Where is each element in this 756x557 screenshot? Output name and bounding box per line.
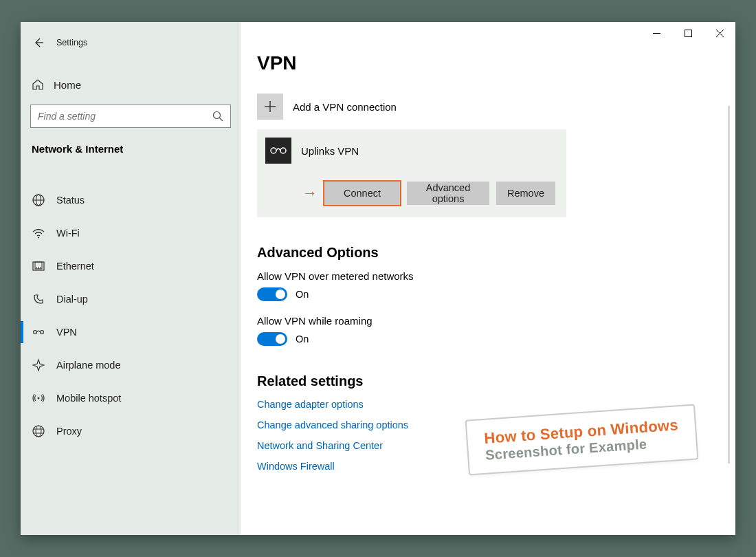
advanced-options-button[interactable]: Advanced options	[407, 182, 489, 205]
connect-button[interactable]: Connect	[324, 182, 400, 205]
plus-icon	[257, 94, 283, 120]
sidebar-item-label: VPN	[56, 327, 77, 338]
vpn-connection-card[interactable]: Uplinks VPN → Connect Advanced options R…	[257, 129, 566, 217]
vpn-icon	[32, 325, 45, 339]
svg-point-26	[280, 148, 286, 153]
svg-point-19	[33, 426, 44, 437]
roaming-toggle[interactable]	[257, 332, 287, 346]
sidebar-item-label: Dial-up	[56, 294, 88, 305]
sidebar-item-dialup[interactable]: Dial-up	[21, 283, 241, 316]
metered-toggle[interactable]	[257, 287, 287, 301]
search-box[interactable]	[30, 105, 231, 128]
sidebar-item-label: Mobile hotspot	[56, 393, 121, 404]
ethernet-icon	[32, 259, 45, 273]
home-label: Home	[54, 79, 81, 91]
home-item[interactable]: Home	[21, 72, 241, 98]
arrow-indicator-icon: →	[302, 184, 318, 202]
sidebar-item-hotspot[interactable]: Mobile hotspot	[21, 382, 241, 415]
svg-point-16	[34, 331, 37, 334]
svg-line-6	[220, 118, 223, 122]
svg-point-17	[41, 331, 44, 334]
sidebar: Settings Home Network & Internet Status	[21, 22, 241, 535]
add-vpn-label: Add a VPN connection	[293, 101, 397, 113]
sidebar-item-wifi[interactable]: Wi-Fi	[21, 217, 241, 250]
window-title: Settings	[56, 38, 87, 47]
airplane-icon	[32, 358, 45, 372]
add-vpn-button[interactable]: Add a VPN connection	[257, 94, 735, 120]
related-settings-heading: Related settings	[257, 373, 735, 389]
vpn-connection-icon	[265, 138, 291, 164]
search-input[interactable]	[38, 111, 212, 122]
sidebar-item-label: Wi-Fi	[56, 228, 80, 239]
roaming-toggle-state: On	[296, 334, 309, 345]
sidebar-item-airplane[interactable]: Airplane mode	[21, 349, 241, 382]
svg-point-25	[271, 148, 276, 153]
hotspot-icon	[32, 391, 45, 405]
advanced-options-heading: Advanced Options	[257, 245, 735, 261]
svg-point-5	[214, 112, 221, 119]
page-title: VPN	[257, 52, 735, 74]
search-icon	[212, 111, 223, 122]
sidebar-item-proxy[interactable]: Proxy	[21, 415, 241, 448]
scrollbar[interactable]	[728, 106, 730, 463]
remove-button[interactable]: Remove	[496, 182, 555, 205]
vpn-connection-name: Uplinks VPN	[301, 145, 359, 157]
home-icon	[32, 78, 44, 91]
wifi-icon	[32, 226, 45, 240]
metered-toggle-state: On	[296, 289, 309, 300]
sidebar-item-status[interactable]: Status	[21, 184, 241, 217]
category-label: Network & Internet	[21, 140, 241, 163]
svg-point-18	[38, 397, 40, 400]
dialup-icon	[32, 292, 45, 306]
svg-point-10	[38, 237, 39, 239]
back-button[interactable]	[25, 32, 52, 54]
sidebar-item-label: Airplane mode	[56, 360, 121, 371]
sidebar-item-vpn[interactable]: VPN	[21, 316, 241, 349]
settings-window: Settings Home Network & Internet Status	[21, 22, 735, 535]
nav-list: Status Wi-Fi Ethernet Dial-up	[21, 184, 241, 448]
sidebar-item-label: Proxy	[56, 426, 82, 437]
sidebar-item-label: Ethernet	[56, 261, 94, 272]
proxy-icon	[32, 424, 45, 438]
metered-setting-label: Allow VPN over metered networks	[257, 270, 735, 282]
roaming-setting-label: Allow VPN while roaming	[257, 315, 735, 327]
status-icon	[32, 193, 45, 207]
svg-point-22	[36, 426, 41, 437]
sidebar-item-label: Status	[56, 195, 85, 206]
sidebar-item-ethernet[interactable]: Ethernet	[21, 250, 241, 283]
